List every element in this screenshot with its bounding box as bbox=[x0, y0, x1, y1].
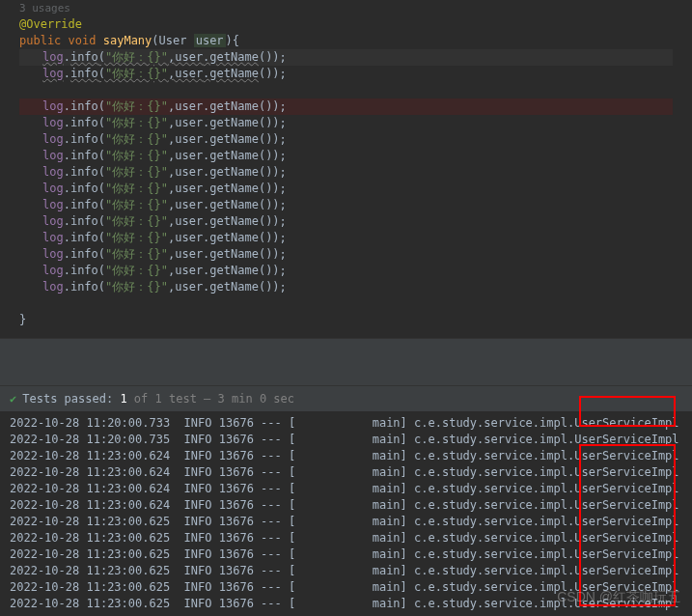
test-results-bar: ✔ Tests passed: 1 of 1 test – 3 min 0 se… bbox=[0, 386, 692, 411]
log-call: log.info("你好：{}",user.getName()); bbox=[19, 230, 673, 246]
log-call: log.info("你好：{}",user.getName()); bbox=[19, 131, 673, 148]
console-line: 2022-10-28 11:20:00.735 INFO 13676 --- [… bbox=[10, 432, 682, 448]
close-brace: } bbox=[19, 312, 673, 328]
console-line: 2022-10-28 11:23:00.624 INFO 13676 --- [… bbox=[10, 497, 682, 514]
usages-hint: 3 usages bbox=[0, 0, 692, 16]
console-line: 2022-10-28 11:20:00.733 INFO 13676 --- [… bbox=[10, 415, 682, 432]
log-call: log.info("你好：{}",user.getName()); bbox=[19, 115, 673, 131]
console-line: 2022-10-28 11:23:00.625 INFO 13676 --- [… bbox=[10, 546, 682, 563]
console-line: 2022-10-28 11:23:00.624 INFO 13676 --- [… bbox=[10, 464, 682, 481]
log-call: log.info("你好：{}",user.getName()); bbox=[19, 213, 673, 230]
log-call: log.info("你好：{}",user.getName()); bbox=[19, 181, 673, 197]
console-line: 2022-10-28 11:23:00.625 INFO 13676 --- [… bbox=[10, 514, 682, 530]
check-icon: ✔ bbox=[10, 392, 16, 406]
log-call: log.info("你好：{}",user.getName()); bbox=[19, 148, 673, 164]
panel-separator[interactable] bbox=[0, 338, 692, 386]
log-call: log.info("你好：{}",user.getName()); bbox=[19, 164, 673, 181]
log-call: log.info("你好：{}",user.getName()); bbox=[19, 279, 673, 295]
log-call: log.info("你好：{}",user.getName()); bbox=[19, 49, 673, 66]
method-signature: public void sayMany(User user){ bbox=[19, 33, 673, 49]
code-editor[interactable]: @Override public void sayMany(User user)… bbox=[0, 16, 692, 328]
log-call: log.info("你好：{}",user.getName()); bbox=[19, 197, 673, 213]
console-line: 2022-10-28 11:23:00.624 INFO 13676 --- [… bbox=[10, 448, 682, 464]
log-call: log.info("你好：{}",user.getName()); bbox=[19, 66, 673, 82]
console-line: 2022-10-28 11:23:00.625 INFO 13676 --- [… bbox=[10, 563, 682, 579]
log-call: log.info("你好：{}",user.getName()); bbox=[19, 263, 673, 279]
console-line: 2022-10-28 11:23:00.624 INFO 13676 --- [… bbox=[10, 481, 682, 497]
watermark: CSDN @红茶咖玩五 bbox=[557, 589, 680, 606]
console-output[interactable]: 2022-10-28 11:20:00.733 INFO 13676 --- [… bbox=[0, 411, 692, 616]
console-line: 2022-10-28 11:23:00.625 INFO 13676 --- [… bbox=[10, 530, 682, 546]
tests-passed-label: Tests passed: 1 of 1 test – 3 min 0 sec bbox=[22, 392, 294, 406]
log-call: log.info("你好：{}",user.getName()); bbox=[19, 246, 673, 263]
log-call: log.info("你好：{}",user.getName()); bbox=[19, 98, 673, 115]
annotation-line: @Override bbox=[19, 16, 673, 33]
